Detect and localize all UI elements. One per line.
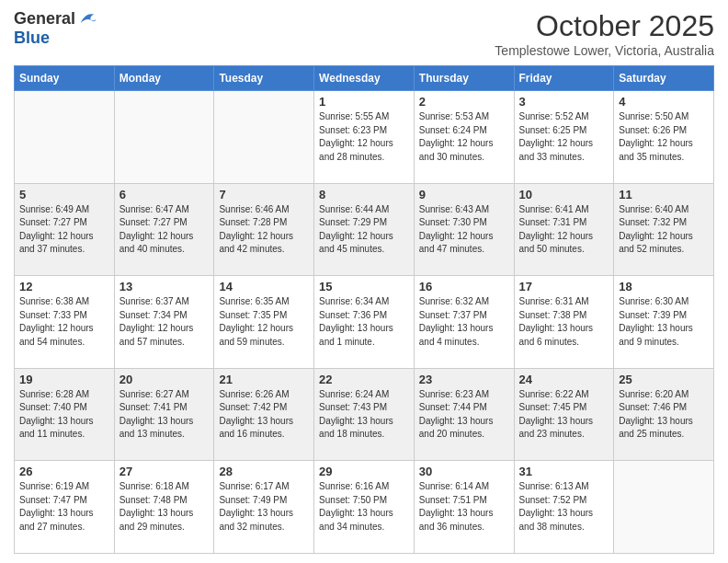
day-number: 7: [219, 188, 309, 201]
day-number: 4: [619, 95, 709, 109]
table-row: 13Sunrise: 6:37 AM Sunset: 7:34 PM Dayli…: [114, 276, 214, 369]
table-row: 23Sunrise: 6:23 AM Sunset: 7:44 PM Dayli…: [414, 368, 514, 461]
table-row: 30Sunrise: 6:14 AM Sunset: 7:51 PM Dayli…: [414, 461, 514, 554]
day-info: Sunrise: 6:37 AM Sunset: 7:34 PM Dayligh…: [119, 295, 210, 349]
calendar-row: 1Sunrise: 5:55 AM Sunset: 6:23 PM Daylig…: [15, 91, 714, 184]
day-info: Sunrise: 6:41 AM Sunset: 7:31 PM Dayligh…: [519, 203, 609, 257]
day-number: 23: [419, 373, 509, 386]
table-row: 12Sunrise: 6:38 AM Sunset: 7:33 PM Dayli…: [15, 276, 115, 369]
day-info: Sunrise: 6:40 AM Sunset: 7:32 PM Dayligh…: [619, 203, 709, 257]
day-number: 13: [119, 280, 210, 293]
table-row: [214, 91, 314, 184]
table-row: [15, 91, 115, 184]
day-number: 12: [19, 280, 109, 293]
table-row: 16Sunrise: 6:32 AM Sunset: 7:37 PM Dayli…: [414, 276, 514, 369]
day-info: Sunrise: 6:24 AM Sunset: 7:43 PM Dayligh…: [319, 388, 409, 442]
day-number: 11: [619, 188, 709, 201]
table-row: 26Sunrise: 6:19 AM Sunset: 7:47 PM Dayli…: [15, 461, 115, 554]
logo: General Blue: [14, 9, 97, 48]
col-saturday: Saturday: [614, 66, 714, 91]
day-number: 26: [19, 465, 109, 478]
table-row: 10Sunrise: 6:41 AM Sunset: 7:31 PM Dayli…: [514, 183, 614, 276]
day-number: 2: [419, 95, 509, 109]
day-number: 14: [219, 280, 309, 293]
day-number: 18: [619, 280, 709, 293]
day-number: 19: [19, 373, 109, 386]
table-row: 20Sunrise: 6:27 AM Sunset: 7:41 PM Dayli…: [114, 368, 214, 461]
logo-bird-icon: [77, 9, 97, 29]
col-wednesday: Wednesday: [314, 66, 415, 91]
table-row: 6Sunrise: 6:47 AM Sunset: 7:27 PM Daylig…: [114, 183, 214, 276]
table-row: 21Sunrise: 6:26 AM Sunset: 7:42 PM Dayli…: [214, 368, 314, 461]
calendar-title: October 2025: [495, 9, 714, 43]
table-row: [114, 91, 214, 184]
day-number: 30: [419, 465, 509, 478]
table-row: 27Sunrise: 6:18 AM Sunset: 7:48 PM Dayli…: [114, 461, 214, 554]
calendar-row: 5Sunrise: 6:49 AM Sunset: 7:27 PM Daylig…: [15, 183, 714, 276]
day-info: Sunrise: 6:32 AM Sunset: 7:37 PM Dayligh…: [419, 295, 509, 349]
day-info: Sunrise: 5:52 AM Sunset: 6:25 PM Dayligh…: [519, 110, 609, 164]
day-info: Sunrise: 6:16 AM Sunset: 7:50 PM Dayligh…: [319, 480, 409, 534]
day-number: 29: [319, 465, 409, 478]
table-row: 24Sunrise: 6:22 AM Sunset: 7:45 PM Dayli…: [514, 368, 614, 461]
day-info: Sunrise: 6:34 AM Sunset: 7:36 PM Dayligh…: [319, 295, 409, 349]
day-info: Sunrise: 6:31 AM Sunset: 7:38 PM Dayligh…: [519, 295, 609, 349]
calendar-row: 26Sunrise: 6:19 AM Sunset: 7:47 PM Dayli…: [15, 461, 714, 554]
calendar-subtitle: Templestowe Lower, Victoria, Australia: [495, 43, 714, 58]
table-row: 5Sunrise: 6:49 AM Sunset: 7:27 PM Daylig…: [15, 183, 115, 276]
table-row: 18Sunrise: 6:30 AM Sunset: 7:39 PM Dayli…: [614, 276, 714, 369]
day-info: Sunrise: 5:53 AM Sunset: 6:24 PM Dayligh…: [419, 110, 509, 164]
table-row: 28Sunrise: 6:17 AM Sunset: 7:49 PM Dayli…: [214, 461, 314, 554]
day-info: Sunrise: 6:30 AM Sunset: 7:39 PM Dayligh…: [619, 295, 709, 349]
col-sunday: Sunday: [15, 66, 115, 91]
table-row: 7Sunrise: 6:46 AM Sunset: 7:28 PM Daylig…: [214, 183, 314, 276]
day-info: Sunrise: 6:14 AM Sunset: 7:51 PM Dayligh…: [419, 480, 509, 534]
day-info: Sunrise: 6:20 AM Sunset: 7:46 PM Dayligh…: [619, 388, 709, 442]
table-row: 15Sunrise: 6:34 AM Sunset: 7:36 PM Dayli…: [314, 276, 415, 369]
day-number: 20: [119, 373, 210, 386]
day-info: Sunrise: 6:46 AM Sunset: 7:28 PM Dayligh…: [219, 203, 309, 257]
day-number: 17: [519, 280, 609, 293]
col-monday: Monday: [114, 66, 214, 91]
day-number: 27: [119, 465, 210, 478]
table-row: 22Sunrise: 6:24 AM Sunset: 7:43 PM Dayli…: [314, 368, 415, 461]
table-row: 19Sunrise: 6:28 AM Sunset: 7:40 PM Dayli…: [15, 368, 115, 461]
header: General Blue October 2025 Templestowe Lo…: [14, 9, 714, 58]
logo-general: General: [14, 10, 75, 29]
calendar-row: 12Sunrise: 6:38 AM Sunset: 7:33 PM Dayli…: [15, 276, 714, 369]
day-info: Sunrise: 6:17 AM Sunset: 7:49 PM Dayligh…: [219, 480, 309, 534]
page: General Blue October 2025 Templestowe Lo…: [0, 0, 728, 563]
day-number: 3: [519, 95, 609, 109]
day-number: 5: [19, 188, 109, 201]
day-info: Sunrise: 6:19 AM Sunset: 7:47 PM Dayligh…: [19, 480, 109, 534]
day-number: 24: [519, 373, 609, 386]
day-number: 15: [319, 280, 409, 293]
day-number: 1: [319, 95, 409, 109]
table-row: 9Sunrise: 6:43 AM Sunset: 7:30 PM Daylig…: [414, 183, 514, 276]
header-row: Sunday Monday Tuesday Wednesday Thursday…: [15, 66, 714, 91]
day-number: 10: [519, 188, 609, 201]
day-number: 25: [619, 373, 709, 386]
day-info: Sunrise: 6:27 AM Sunset: 7:41 PM Dayligh…: [119, 388, 210, 442]
calendar-row: 19Sunrise: 6:28 AM Sunset: 7:40 PM Dayli…: [15, 368, 714, 461]
col-friday: Friday: [514, 66, 614, 91]
table-row: 1Sunrise: 5:55 AM Sunset: 6:23 PM Daylig…: [314, 91, 415, 184]
day-info: Sunrise: 6:44 AM Sunset: 7:29 PM Dayligh…: [319, 203, 409, 257]
table-row: 17Sunrise: 6:31 AM Sunset: 7:38 PM Dayli…: [514, 276, 614, 369]
col-thursday: Thursday: [414, 66, 514, 91]
table-row: 11Sunrise: 6:40 AM Sunset: 7:32 PM Dayli…: [614, 183, 714, 276]
day-number: 21: [219, 373, 309, 386]
table-row: 29Sunrise: 6:16 AM Sunset: 7:50 PM Dayli…: [314, 461, 415, 554]
table-row: 25Sunrise: 6:20 AM Sunset: 7:46 PM Dayli…: [614, 368, 714, 461]
table-row: [614, 461, 714, 554]
table-row: 31Sunrise: 6:13 AM Sunset: 7:52 PM Dayli…: [514, 461, 614, 554]
table-row: 14Sunrise: 6:35 AM Sunset: 7:35 PM Dayli…: [214, 276, 314, 369]
day-number: 6: [119, 188, 210, 201]
day-info: Sunrise: 6:26 AM Sunset: 7:42 PM Dayligh…: [219, 388, 309, 442]
day-number: 22: [319, 373, 409, 386]
day-info: Sunrise: 5:50 AM Sunset: 6:26 PM Dayligh…: [619, 110, 709, 164]
title-block: October 2025 Templestowe Lower, Victoria…: [495, 9, 714, 58]
day-number: 31: [519, 465, 609, 478]
logo-blue: Blue: [14, 29, 97, 48]
day-info: Sunrise: 6:47 AM Sunset: 7:27 PM Dayligh…: [119, 203, 210, 257]
